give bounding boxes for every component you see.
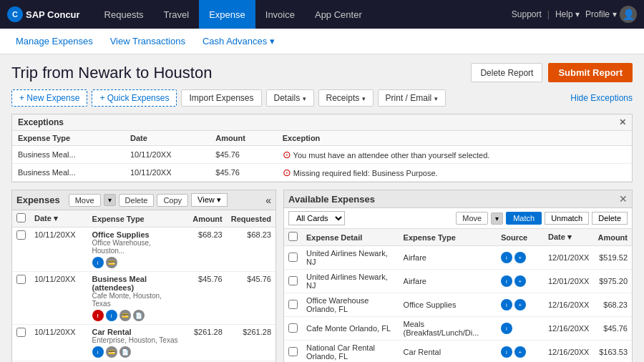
expense-row-check: [12, 228, 30, 272]
exc-type: Business Meal...: [12, 146, 125, 164]
report-title: Trip from Newark to Houston: [11, 64, 212, 82]
exp-col-type[interactable]: Expense Type: [88, 210, 183, 228]
avail-move-button[interactable]: Move: [456, 212, 488, 225]
nav-requests[interactable]: Requests: [94, 0, 154, 29]
card-icon: 💳: [119, 310, 131, 321]
avail-date: 12/01/20XX: [544, 270, 594, 293]
exc-type: Business Meal...: [12, 164, 125, 182]
hide-exceptions-link[interactable]: Hide Exceptions: [570, 93, 633, 103]
sub-nav-view-transactions[interactable]: View Transactions: [102, 29, 194, 54]
exc-message: ⊙ Missing required field: Business Purpo…: [277, 164, 632, 182]
avail-row-check: [284, 317, 302, 341]
avail-move-caret[interactable]: ▾: [491, 212, 503, 225]
avail-source: i+: [497, 293, 544, 317]
avail-col-check: [284, 229, 302, 246]
add-icon: +: [514, 346, 526, 358]
exp-col-requested[interactable]: Requested: [227, 210, 275, 228]
nav-app-center[interactable]: App Center: [305, 0, 372, 29]
exceptions-box: Exceptions ✕ Expense Type Date Amount Ex…: [11, 114, 633, 182]
available-expenses-panel: Available Expenses ✕ All Cards Move ▾ Ma…: [283, 190, 633, 362]
info-icon: i: [501, 275, 512, 287]
details-button[interactable]: Details ▾: [266, 89, 314, 107]
exc-date: 10/11/20XX: [125, 146, 210, 164]
expenses-table: Date ▾ Expense Type Amount Requested 10/…: [12, 210, 275, 362]
list-item: Cafe Monte Orlando, FLMeals (Breakfast/L…: [284, 317, 632, 341]
move-caret-button[interactable]: ▾: [104, 194, 116, 206]
avail-row-checkbox[interactable]: [288, 323, 298, 333]
expense-requested: $261.28: [227, 325, 275, 361]
panel-collapse-icon[interactable]: «: [265, 195, 271, 206]
avail-col-detail[interactable]: Expense Detail: [302, 229, 399, 246]
submit-report-button[interactable]: Submit Report: [548, 63, 633, 82]
expense-row-checkbox[interactable]: [16, 275, 26, 284]
avail-unmatch-button[interactable]: Unmatch: [545, 212, 589, 225]
print-email-button[interactable]: Print / Email ▾: [378, 89, 446, 107]
avail-type: Car Rental: [399, 341, 497, 363]
profile-button[interactable]: Profile ▾ 👤: [585, 6, 637, 23]
avail-close-button[interactable]: ✕: [619, 193, 628, 205]
report-actions: Delete Report Submit Report: [471, 63, 633, 82]
avail-row-checkbox[interactable]: [288, 276, 298, 285]
avail-source: i+: [497, 270, 544, 293]
avail-detail: United Airlines Newark, NJ: [302, 270, 399, 293]
expense-amount: $45.76: [183, 272, 227, 325]
info-icon: i: [92, 346, 104, 358]
expense-type: Car RentalEnterprise, Houston, Texasi💳📄: [88, 325, 183, 361]
avail-col-source[interactable]: Source: [497, 229, 544, 246]
exception-row: Business Meal... 10/11/20XX $45.76 ⊙ You…: [12, 146, 632, 164]
avail-detail: Office Warehouse Orlando, FL: [302, 293, 399, 317]
quick-expenses-button[interactable]: + Quick Expenses: [92, 89, 177, 107]
avail-row-check: [284, 341, 302, 363]
cards-filter-select[interactable]: All Cards: [288, 211, 345, 225]
select-all-avail[interactable]: [288, 232, 298, 241]
exception-row: Business Meal... 10/11/20XX $45.76 ⊙ Mis…: [12, 164, 632, 182]
expense-row-checkbox[interactable]: [16, 230, 26, 240]
avail-amount: $45.76: [593, 317, 632, 341]
table-row: 10/11/20XXCar RentalEnterprise, Houston,…: [12, 325, 275, 361]
exc-col-date: Date: [125, 131, 210, 146]
expenses-panel-toolbar: Expenses Move ▾ Delete Copy View ▾ «: [12, 190, 275, 210]
nav-invoice[interactable]: Invoice: [255, 0, 305, 29]
avail-row-check: [284, 293, 302, 317]
exp-col-date[interactable]: Date ▾: [30, 210, 88, 228]
avail-row-checkbox[interactable]: [288, 347, 298, 356]
avatar: 👤: [620, 6, 637, 23]
avail-col-amount[interactable]: Amount: [593, 229, 632, 246]
avail-col-date[interactable]: Date ▾: [544, 229, 594, 246]
expenses-panel: Expenses Move ▾ Delete Copy View ▾ « Dat…: [11, 190, 276, 362]
avail-row-checkbox[interactable]: [288, 253, 298, 262]
exceptions-close-button[interactable]: ✕: [619, 117, 626, 127]
exp-col-amount[interactable]: Amount: [183, 210, 227, 228]
avail-match-button[interactable]: Match: [506, 212, 542, 225]
avail-type: Airfare: [399, 246, 497, 270]
copy-button[interactable]: Copy: [157, 194, 188, 207]
delete-button[interactable]: Delete: [119, 194, 155, 207]
nav-travel[interactable]: Travel: [154, 0, 200, 29]
expense-row-checkbox[interactable]: [16, 328, 26, 337]
add-icon: +: [514, 252, 526, 263]
new-expense-button[interactable]: + New Expense: [11, 89, 87, 107]
avail-delete-button[interactable]: Delete: [592, 212, 628, 225]
sub-nav-cash-advances[interactable]: Cash Advances ▾: [194, 29, 283, 54]
help-link[interactable]: Help ▾: [555, 9, 580, 19]
nav-expense[interactable]: Expense: [199, 0, 255, 29]
available-expenses-table: Expense Detail Expense Type Source Date …: [284, 229, 632, 362]
sub-nav-manage-expenses[interactable]: Manage Expenses: [7, 29, 102, 54]
top-right-nav: Support | Help ▾ Profile ▾ 👤: [512, 6, 637, 23]
move-button[interactable]: Move: [69, 194, 101, 207]
exceptions-header: Exceptions ✕: [12, 114, 632, 131]
avail-col-type[interactable]: Expense Type: [399, 229, 497, 246]
avail-row-checkbox[interactable]: [288, 300, 298, 309]
select-all-expenses[interactable]: [16, 213, 26, 222]
avail-panel-title: Available Expenses: [288, 194, 616, 205]
receipts-button[interactable]: Receipts ▾: [318, 89, 374, 107]
import-expenses-button[interactable]: Import Expenses: [181, 89, 261, 107]
avail-row-check: [284, 246, 302, 270]
main-content: Trip from Newark to Houston Delete Repor…: [0, 54, 644, 362]
support-link[interactable]: Support: [512, 9, 542, 19]
avail-date: 12/01/20XX: [544, 246, 594, 270]
avail-amount: $163.53: [593, 341, 632, 363]
delete-report-button[interactable]: Delete Report: [471, 63, 542, 82]
view-button[interactable]: View ▾: [191, 193, 228, 207]
list-item: Office Warehouse Orlando, FLOffice Suppl…: [284, 293, 632, 317]
